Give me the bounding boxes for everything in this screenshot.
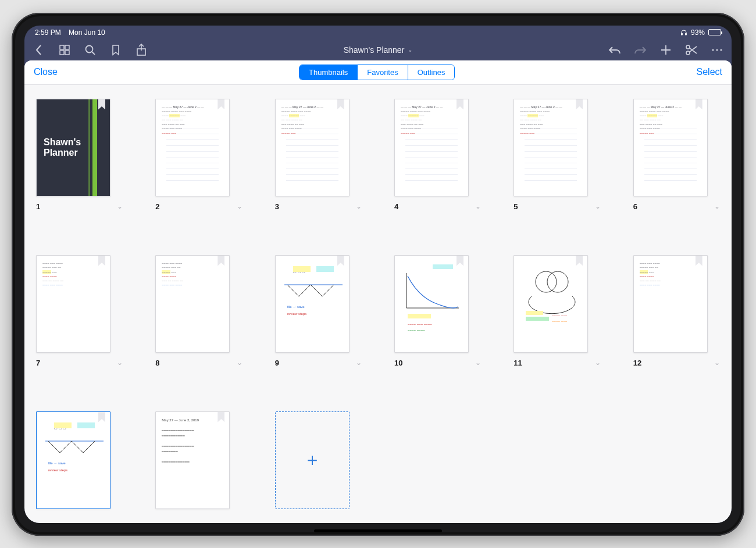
page-cell: — — — May 27 — June 2 — — ~~~~~ ~~~~ ~~~…: [633, 99, 720, 225]
page-options-chevron-icon[interactable]: ⌄: [714, 359, 720, 367]
page-number: 12: [633, 359, 641, 367]
page-number: 4: [394, 202, 398, 211]
svg-text:~~~~ ~~~ ~~~~: ~~~~ ~~~ ~~~~: [408, 323, 432, 326]
page-number: 1: [36, 202, 40, 211]
page-options-chevron-icon[interactable]: ⌄: [595, 202, 601, 210]
svg-text:~~~~ ~~~~: ~~~~ ~~~~: [408, 328, 425, 332]
svg-point-15: [712, 49, 714, 51]
page-cell: — — — May 27 — June 2 — — ~~~~~ ~~~~ ~~~…: [394, 99, 481, 225]
page-thumbnail[interactable]: ▭ ▭ ▭ file → save review steps: [36, 411, 110, 509]
svg-point-6: [86, 45, 93, 52]
page-number: 3: [275, 202, 279, 211]
page-options-chevron-icon[interactable]: ⌄: [237, 202, 243, 210]
add-icon[interactable]: [659, 44, 672, 56]
page-thumbnail[interactable]: May 27 — June 2, 2019 ━━━━━━━━━━━━━━ ━━━…: [155, 411, 230, 509]
page-thumbnail[interactable]: — — — May 27 — June 2 — — ~~~~~ ~~~~ ~~~…: [275, 99, 350, 196]
page-label-row: 5 ⌄: [513, 202, 600, 211]
app-navbar: Shawn's Planner ⌄: [24, 40, 732, 60]
page-thumbnail[interactable]: ~~~~ ~~~ ~~~~ ~~~~~ ~~~ ~~ ~~~~~ ~~~ ~~~…: [155, 255, 230, 353]
svg-rect-22: [316, 266, 334, 272]
page-thumbnail[interactable]: ~~~~ ~~~ ~~~~ ~~~~~ ~~~ ~~ ~~~~~ ~~~ ~~~…: [633, 255, 708, 353]
tab-outlines[interactable]: Outlines: [408, 65, 455, 80]
page-cell: ~~~~ ~~~ ~~~~ ~~~~~ ~~~ ~~ ~~~~~ ~~~ ~~~…: [155, 255, 242, 381]
scissors-icon[interactable]: [685, 44, 698, 56]
page-options-chevron-icon[interactable]: ⌄: [356, 202, 362, 210]
page-options-chevron-icon[interactable]: ⌄: [117, 202, 123, 210]
more-icon[interactable]: [711, 44, 723, 56]
page-label-row: 11 ⌄: [513, 359, 600, 367]
page-cell: May 27 — June 2, 2019 ━━━━━━━━━━━━━━ ━━━…: [155, 411, 242, 523]
page-label-row: 6 ⌄: [633, 202, 720, 211]
grid-icon[interactable]: [58, 44, 71, 56]
navbar-right-cluster: [608, 44, 723, 56]
page-label-row: 10 ⌄: [394, 359, 481, 367]
svg-text:file → save: file → save: [287, 305, 305, 309]
search-icon[interactable]: [84, 44, 97, 56]
tab-favorites[interactable]: Favorites: [357, 65, 407, 80]
navbar-left-cluster: [33, 44, 148, 56]
page-number: 10: [394, 359, 402, 367]
page-label-row: 2 ⌄: [155, 202, 242, 211]
page-cell: — — — May 27 — June 2 — — ~~~~~ ~~~~ ~~~…: [275, 99, 362, 225]
back-icon[interactable]: [33, 44, 45, 56]
svg-rect-2: [60, 45, 64, 49]
page-cell: — — — May 27 — June 2 — — ~~~~~ ~~~~ ~~~…: [513, 99, 600, 225]
page-cell: ▭ ▭ ▭ file → save review steps 9 ⌄: [275, 255, 362, 381]
status-date: Mon Jun 10: [69, 28, 105, 37]
page-thumbnail[interactable]: — — — May 27 — June 2 — — ~~~~~ ~~~~ ~~~…: [513, 99, 588, 196]
view-segmented-control: Thumbnails Favorites Outlines: [299, 65, 455, 80]
page-thumbnail[interactable]: — — — May 27 — June 2 — — ~~~~~ ~~~~ ~~~…: [394, 99, 469, 196]
close-button[interactable]: Close: [34, 67, 58, 77]
page-number: 5: [513, 202, 518, 211]
svg-line-7: [92, 52, 95, 55]
page-thumbnail[interactable]: ~~~~ ~~~ ~~~~ ~~~~ ~~~~: [394, 255, 469, 353]
page-thumbnail[interactable]: ~~~~ ~~~ ~~~~ ~~~~~ ~~~ ~~ ~~~~~ ~~~ ~~~…: [36, 255, 110, 353]
add-page-button[interactable]: ＋: [275, 411, 350, 509]
page-thumbnail[interactable]: ▭ ▭ ▭ file → save review steps: [275, 255, 350, 353]
page-thumbnail[interactable]: — — — May 27 — June 2 — — ~~~~~ ~~~~ ~~~…: [633, 99, 708, 196]
svg-rect-39: [54, 422, 72, 428]
ipad-device-frame: 2:59 PM Mon Jun 10 93%: [12, 13, 744, 536]
svg-rect-5: [65, 51, 69, 55]
page-options-chevron-icon[interactable]: ⌄: [475, 202, 481, 210]
page-label-row: 1 ⌄: [36, 202, 123, 211]
page-options-chevron-icon[interactable]: ⌄: [714, 202, 720, 210]
page-options-chevron-icon[interactable]: ⌄: [475, 359, 481, 367]
page-thumbnail[interactable]: — — — May 27 — June 2 — — ~~~~~ ~~~~ ~~~…: [155, 99, 230, 196]
tab-thumbnails[interactable]: Thumbnails: [299, 65, 357, 80]
page-cell: ~~~~ ~~~ ~~~~ ~~~~~ ~~~ ~~ ~~~~~ ~~~ ~~~…: [36, 255, 123, 381]
page-cell: ~~~~ ~~~ ~~~~ ~~~ 11 ⌄: [513, 255, 600, 381]
page-cell: Shawn's Planner 1 ⌄: [36, 99, 123, 225]
battery-icon: [708, 29, 721, 35]
page-options-chevron-icon[interactable]: ⌄: [117, 359, 123, 367]
page-options-chevron-icon[interactable]: ⌄: [356, 359, 362, 367]
page-options-chevron-icon[interactable]: ⌄: [595, 359, 601, 367]
thumbnail-grid[interactable]: Shawn's Planner 1 ⌄ — — — May 27 — June …: [24, 85, 732, 523]
page-thumbnail[interactable]: Shawn's Planner: [36, 99, 110, 196]
svg-rect-23: [293, 266, 311, 272]
undo-icon[interactable]: [608, 44, 621, 56]
redo-icon[interactable]: [634, 44, 647, 56]
page-label-row: 9 ⌄: [275, 359, 362, 367]
svg-point-16: [716, 49, 718, 51]
status-time: 2:59 PM: [35, 28, 61, 37]
svg-rect-27: [433, 264, 453, 269]
document-title[interactable]: Shawn's Planner ⌄: [344, 45, 413, 55]
bookmark-ribbon-icon: [98, 99, 105, 110]
svg-rect-31: [526, 317, 549, 321]
document-title-text: Shawn's Planner: [344, 45, 405, 55]
bookmark-icon[interactable]: [109, 44, 122, 56]
svg-rect-24: [408, 314, 431, 318]
svg-rect-1: [685, 33, 686, 35]
page-options-chevron-icon[interactable]: ⌄: [237, 359, 243, 367]
page-label-row: 3 ⌄: [275, 202, 362, 211]
headphone-icon: [680, 29, 687, 36]
share-icon[interactable]: [135, 44, 148, 56]
page-number: 8: [155, 359, 159, 367]
page-thumbnail[interactable]: ~~~~ ~~~ ~~~~ ~~~: [513, 255, 588, 353]
svg-text:review steps: review steps: [287, 312, 306, 316]
page-number: 6: [633, 202, 637, 211]
screen: 2:59 PM Mon Jun 10 93%: [24, 26, 732, 523]
select-button[interactable]: Select: [697, 67, 722, 77]
battery-percent: 93%: [691, 28, 705, 37]
